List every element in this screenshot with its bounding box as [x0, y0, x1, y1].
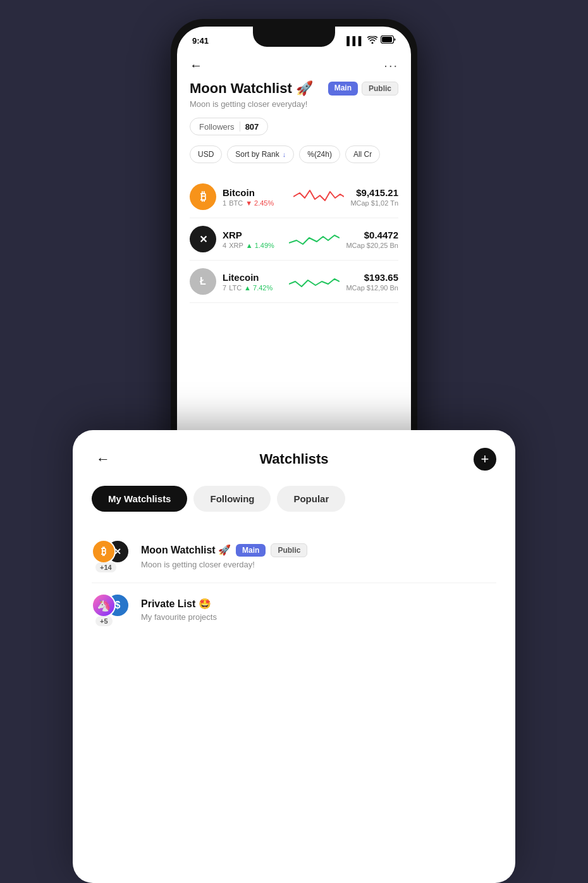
svg-rect-1 — [382, 37, 392, 42]
moon-wl-info: Moon Watchlist 🚀 Main Public Moon is get… — [141, 543, 496, 569]
xrp-price-col: $0.4472 MCap $20,25 Bn — [346, 230, 398, 249]
watchlist-item-private[interactable]: 🦄 $ +5 Private List 🤩 My favourite proje… — [92, 583, 496, 636]
ltc-price: $193.65 — [346, 272, 398, 283]
followers-count: 807 — [245, 122, 259, 132]
signal-icon: ▌▌▌ — [346, 36, 364, 46]
xrp-info: XRP 4 XRP ▲ 1.49% — [223, 230, 283, 249]
tab-following[interactable]: Following — [193, 486, 271, 512]
ltc-price-col: $193.65 MCap $12,90 Bn — [346, 272, 398, 292]
sheet-back-button[interactable]: ← — [92, 448, 114, 471]
wifi-icon — [367, 36, 377, 46]
ltc-name: Litecoin — [223, 272, 283, 283]
private-wl-desc: My favourite projects — [141, 612, 496, 622]
coin-list: ₿ Bitcoin 1 BTC ▼ 2.45% — [190, 176, 398, 303]
sheet-title: Watchlists — [114, 451, 474, 467]
battery-icon — [381, 35, 396, 46]
xrp-mcap: MCap $20,25 Bn — [346, 242, 398, 249]
public-badge: Public — [362, 82, 398, 96]
ltc-change: ▲ 7.42% — [244, 284, 273, 292]
moon-wl-title-row: Moon Watchlist 🚀 Main Public — [141, 543, 496, 557]
xrp-price: $0.4472 — [346, 230, 398, 240]
btc-mcap: MCap $1,02 Tn — [350, 199, 398, 207]
private-wl-title-row: Private List 🤩 — [141, 598, 496, 610]
main-badge: Main — [328, 82, 358, 96]
coin-row-xrp[interactable]: ✕ XRP 4 XRP ▲ 1.49% — [190, 218, 398, 261]
moon-wl-name: Moon Watchlist 🚀 — [141, 544, 231, 556]
sort-arrow-icon: ↓ — [283, 151, 286, 158]
private-wl-name: Private List 🤩 — [141, 598, 211, 610]
moon-main-badge: Main — [236, 544, 266, 557]
xrp-chart — [289, 228, 340, 250]
phone-time: 9:41 — [192, 36, 209, 46]
bottom-sheet: ← Watchlists + My Watchlists Following P… — [73, 430, 515, 883]
xrp-meta: 4 XRP ▲ 1.49% — [223, 242, 283, 249]
phone-notch — [253, 27, 335, 47]
coin-row-ltc[interactable]: Ł Litecoin 7 LTC ▲ 7.42% — [190, 261, 398, 303]
filter-usd-label: USD — [198, 150, 214, 159]
moon-public-badge: Public — [271, 543, 307, 557]
ltc-icon: Ł — [190, 268, 216, 295]
ltc-rank: 7 — [223, 284, 226, 292]
btc-change: ▼ 2.45% — [245, 199, 274, 207]
phone-title-row: Moon Watchlist 🚀 Main Public — [190, 80, 398, 97]
more-menu-button[interactable]: ··· — [384, 58, 398, 73]
page-wrapper: 9:41 ▌▌▌ — [0, 0, 588, 883]
private-wl-info: Private List 🤩 My favourite projects — [141, 598, 496, 622]
moon-wl-desc: Moon is getting closer everday! — [141, 560, 496, 569]
phone-content: ← ··· Moon Watchlist 🚀 Main Public Moon … — [177, 48, 411, 457]
phone-nav: ← ··· — [190, 53, 398, 80]
private-icon-uni: 🦄 — [92, 593, 116, 617]
ltc-chart — [289, 270, 340, 293]
btc-name: Bitcoin — [223, 187, 287, 198]
btc-price-col: $9,415.21 MCap $1,02 Tn — [350, 187, 398, 207]
btc-price: $9,415.21 — [350, 187, 398, 198]
moon-wl-icons: ₿ ✕ +14 — [92, 540, 132, 572]
status-icons: ▌▌▌ — [346, 35, 396, 46]
followers-pill[interactable]: Followers 807 — [190, 118, 268, 135]
btc-info: Bitcoin 1 BTC ▼ 2.45% — [223, 187, 287, 207]
ltc-meta: 7 LTC ▲ 7.42% — [223, 284, 283, 292]
ltc-info: Litecoin 7 LTC ▲ 7.42% — [223, 272, 283, 292]
filter-sort-label: Sort by Rank — [235, 150, 279, 159]
tab-my-watchlists[interactable]: My Watchlists — [92, 486, 187, 512]
watchlist-item-moon[interactable]: ₿ ✕ +14 Moon Watchlist 🚀 Main Public Moo… — [92, 529, 496, 583]
sheet-add-button[interactable]: + — [474, 448, 496, 471]
tabs-row: My Watchlists Following Popular — [92, 486, 496, 512]
sheet-header: ← Watchlists + — [92, 448, 496, 471]
filter-allcr[interactable]: All Cr — [345, 145, 380, 163]
phone-badge-row: Main Public — [328, 82, 398, 96]
phone-title: Moon Watchlist 🚀 — [190, 80, 313, 97]
xrp-rank: 4 — [223, 242, 226, 249]
filter-allcr-label: All Cr — [353, 150, 372, 159]
btc-chart — [293, 185, 344, 208]
moon-icon-btc: ₿ — [92, 540, 116, 564]
followers-label: Followers — [199, 122, 235, 132]
ltc-mcap: MCap $12,90 Bn — [346, 284, 398, 292]
phone-subtitle: Moon is getting closer everyday! — [190, 99, 398, 109]
private-wl-icons: 🦄 $ +5 — [92, 593, 132, 626]
filter-change[interactable]: %(24h) — [299, 145, 340, 163]
btc-symbol: BTC — [229, 199, 243, 207]
filter-change-label: %(24h) — [307, 150, 332, 159]
filter-usd[interactable]: USD — [190, 145, 222, 163]
filter-sort[interactable]: Sort by Rank ↓ — [227, 145, 294, 163]
ltc-symbol: LTC — [229, 284, 242, 292]
xrp-name: XRP — [223, 230, 283, 240]
back-button[interactable]: ← — [190, 58, 202, 73]
coin-row-btc[interactable]: ₿ Bitcoin 1 BTC ▼ 2.45% — [190, 176, 398, 218]
btc-meta: 1 BTC ▼ 2.45% — [223, 199, 287, 207]
moon-icon-count: +14 — [95, 562, 116, 572]
btc-icon: ₿ — [190, 183, 216, 210]
btc-rank: 1 — [223, 199, 226, 207]
phone-screen: 9:41 ▌▌▌ — [177, 27, 411, 467]
xrp-change: ▲ 1.49% — [246, 242, 274, 249]
private-icon-count: +5 — [95, 616, 113, 626]
xrp-icon: ✕ — [190, 226, 216, 252]
followers-divider — [240, 121, 240, 132]
xrp-symbol: XRP — [229, 242, 243, 249]
filter-row: USD Sort by Rank ↓ %(24h) All Cr — [190, 145, 398, 163]
phone-frame: 9:41 ▌▌▌ — [171, 19, 417, 474]
tab-popular[interactable]: Popular — [277, 486, 345, 512]
